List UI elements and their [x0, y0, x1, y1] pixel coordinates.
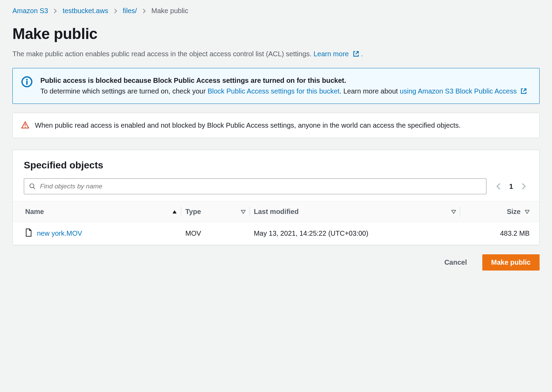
pager-next-button[interactable] [521, 183, 526, 190]
svg-point-1 [26, 79, 28, 80]
chevron-right-icon [114, 8, 117, 14]
warning-alert: When public read access is enabled and n… [12, 113, 540, 138]
block-public-access-settings-link[interactable]: Block Public Access settings for this bu… [208, 87, 339, 95]
column-header-last-modified[interactable]: Last modified [250, 202, 460, 222]
sort-icon [451, 210, 456, 214]
specified-objects-panel: Specified objects 1 Name [12, 150, 540, 245]
external-link-icon [521, 88, 527, 94]
trailing-period: . [361, 50, 363, 58]
info-alert-heading: Public access is blocked because Block P… [40, 75, 531, 86]
sort-icon [525, 210, 530, 214]
column-header-name[interactable]: Name [13, 202, 181, 222]
info-alert: Public access is blocked because Block P… [12, 68, 540, 104]
pager-prev-button[interactable] [496, 183, 501, 190]
warning-alert-text: When public read access is enabled and n… [35, 120, 531, 131]
svg-rect-3 [25, 124, 26, 126]
pager-current-page: 1 [509, 183, 513, 190]
chevron-right-icon [142, 8, 146, 14]
external-link-icon [353, 51, 359, 57]
object-type: MOV [181, 222, 249, 245]
cancel-button[interactable]: Cancel [435, 254, 476, 271]
file-icon [25, 228, 32, 238]
svg-rect-2 [26, 81, 28, 85]
table-row: new york.MOV MOV May 13, 2021, 14:25:22 … [13, 222, 539, 245]
breadcrumb-link-s3[interactable]: Amazon S3 [12, 7, 48, 15]
breadcrumb-current: Make public [151, 7, 188, 15]
search-input[interactable] [40, 183, 481, 190]
page-description: The make public action enables public re… [12, 49, 540, 59]
page-title: Make public [12, 25, 540, 42]
object-size: 483.2 MB [460, 222, 539, 245]
search-box[interactable] [24, 178, 486, 194]
breadcrumb-link-bucket[interactable]: testbucket.aws [62, 7, 108, 15]
object-last-modified: May 13, 2021, 14:25:22 (UTC+03:00) [250, 222, 460, 245]
column-header-size[interactable]: Size [460, 202, 539, 222]
chevron-right-icon [53, 8, 57, 14]
specified-objects-heading: Specified objects [24, 160, 528, 171]
breadcrumb-link-folder[interactable]: files/ [123, 7, 137, 15]
sort-icon [241, 210, 246, 214]
pagination: 1 [496, 183, 528, 190]
svg-rect-4 [25, 127, 26, 127]
search-icon [29, 183, 36, 190]
objects-table: Name Type Last [13, 201, 539, 245]
page-description-text: The make public action enables public re… [12, 50, 314, 58]
info-alert-body: To determine which settings are turned o… [40, 86, 531, 97]
column-header-type[interactable]: Type [181, 202, 249, 222]
footer-actions: Cancel Make public [12, 254, 540, 271]
using-block-public-access-link[interactable]: using Amazon S3 Block Public Access [400, 87, 527, 95]
object-name-link[interactable]: new york.MOV [37, 229, 82, 237]
warning-icon [21, 120, 29, 131]
svg-point-5 [30, 184, 34, 188]
info-icon [21, 75, 33, 97]
learn-more-link[interactable]: Learn more [314, 50, 361, 58]
breadcrumb: Amazon S3 testbucket.aws files/ Make pub… [12, 7, 540, 15]
table-header-row: Name Type Last [13, 202, 539, 222]
make-public-button[interactable]: Make public [482, 254, 540, 271]
sort-asc-icon [172, 210, 177, 214]
